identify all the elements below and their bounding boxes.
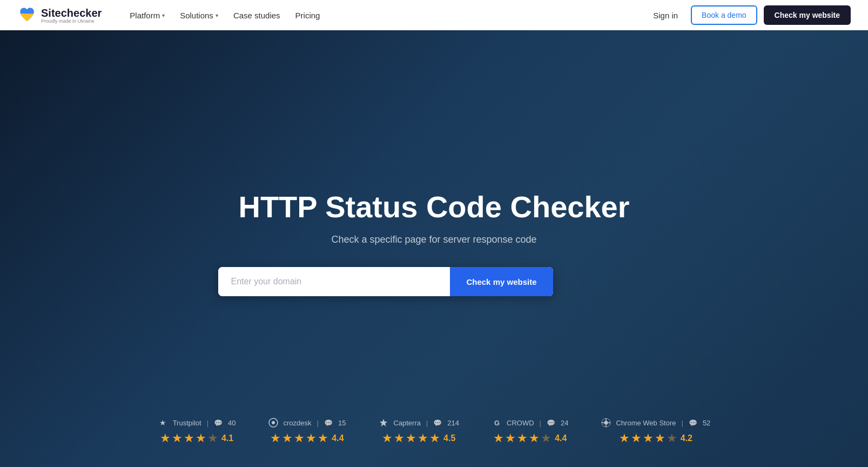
rating-trustpilot-header: ★ Trustpilot | 💬 40 [158, 417, 236, 428]
hero-subtitle: Check a specific page for server respons… [218, 234, 650, 245]
star-3: ★ [294, 431, 305, 445]
logo-name: Sitechecker [41, 7, 102, 19]
rating-g2crowd-header: G CROWD | 💬 24 [492, 417, 568, 428]
crozdesk-label: crozdesk [283, 419, 311, 427]
nav-actions: Sign in Book a demo Check my website [647, 5, 851, 25]
trustpilot-icon: ★ [158, 417, 169, 428]
chrome-count: 52 [703, 419, 710, 427]
separator: | [681, 419, 683, 427]
nav-item-case-studies[interactable]: Case studies [227, 6, 287, 24]
trustpilot-score: 4.1 [221, 433, 233, 443]
logo-tagline: Proudly made in Ukraine [41, 19, 102, 24]
capterra-count: 214 [447, 419, 459, 427]
g2crowd-score: 4.4 [555, 433, 567, 443]
svg-point-3 [272, 421, 275, 424]
hero-content: HTTP Status Code Checker Check a specifi… [218, 190, 650, 297]
nav-platform-label: Platform [130, 11, 160, 20]
star-2: ★ [631, 431, 642, 445]
nav-item-solutions[interactable]: Solutions ▾ [173, 6, 225, 24]
ratings-section: ★ Trustpilot | 💬 40 ★ ★ ★ ★ ★ 4.1 croz [0, 417, 868, 445]
nav-item-pricing[interactable]: Pricing [289, 6, 327, 24]
rating-capterra-header: Capterra | 💬 214 [378, 417, 459, 428]
star-3: ★ [184, 431, 194, 445]
star-1: ★ [270, 431, 281, 445]
star-4: ★ [418, 431, 428, 445]
chrome-stars: ★ ★ ★ ★ ★ 4.2 [619, 431, 692, 445]
svg-point-6 [604, 421, 608, 425]
separator: | [426, 419, 428, 427]
comment-icon: 💬 [547, 419, 555, 427]
nav-item-platform[interactable]: Platform ▾ [123, 6, 171, 24]
check-website-button-nav[interactable]: Check my website [764, 5, 851, 25]
logo-text: Sitechecker Proudly made in Ukraine [41, 7, 102, 24]
rating-crozdesk: crozdesk | 💬 15 ★ ★ ★ ★ ★ 4.4 [268, 417, 346, 445]
star-2: ★ [172, 431, 183, 445]
check-website-button-hero[interactable]: Check my website [450, 267, 553, 296]
logo-link[interactable]: Sitechecker Proudly made in Ukraine [17, 5, 102, 25]
comment-icon: 💬 [214, 419, 223, 427]
star-2: ★ [282, 431, 293, 445]
chrome-score: 4.2 [681, 433, 692, 443]
star-4: ★ [529, 431, 540, 445]
separator: | [317, 419, 319, 427]
star-2: ★ [505, 431, 516, 445]
star-half: ★ [318, 431, 328, 445]
separator: | [207, 419, 208, 427]
star-3: ★ [517, 431, 528, 445]
star-empty: ★ [541, 431, 551, 445]
trustpilot-count: 40 [228, 419, 235, 427]
g2crowd-count: 24 [561, 419, 568, 427]
star-1: ★ [160, 431, 171, 445]
comment-icon: 💬 [324, 419, 333, 427]
hero-section: HTTP Status Code Checker Check a specifi… [0, 30, 868, 467]
star-1: ★ [493, 431, 504, 445]
svg-rect-1 [20, 14, 33, 21]
star-1: ★ [619, 431, 630, 445]
star-4: ★ [306, 431, 317, 445]
comment-icon: 💬 [689, 419, 697, 427]
capterra-label: Capterra [393, 419, 421, 427]
trustpilot-label: Trustpilot [173, 419, 201, 427]
book-demo-button[interactable]: Book a demo [691, 5, 757, 25]
g2crowd-label: CROWD [507, 419, 534, 427]
logo-icon [17, 5, 37, 25]
rating-g2crowd: G CROWD | 💬 24 ★ ★ ★ ★ ★ 4.4 [492, 417, 568, 445]
nav-pricing-label: Pricing [295, 11, 320, 20]
nav-casestudies-label: Case studies [233, 11, 280, 20]
crozdesk-icon [268, 417, 279, 428]
star-empty: ★ [667, 431, 677, 445]
crozdesk-score: 4.4 [332, 433, 344, 443]
separator: | [540, 419, 541, 427]
nav-solutions-label: Solutions [180, 11, 213, 20]
nav-links: Platform ▾ Solutions ▾ Case studies Pric… [123, 6, 647, 24]
svg-marker-4 [380, 419, 387, 426]
star-2: ★ [394, 431, 405, 445]
trustpilot-stars: ★ ★ ★ ★ ★ 4.1 [160, 431, 233, 445]
star-1: ★ [382, 431, 393, 445]
sign-in-button[interactable]: Sign in [647, 6, 684, 24]
rating-crozdesk-header: crozdesk | 💬 15 [268, 417, 346, 428]
hero-title: HTTP Status Code Checker [218, 190, 650, 224]
star-empty: ★ [207, 431, 218, 445]
crozdesk-count: 15 [338, 419, 346, 427]
capterra-stars: ★ ★ ★ ★ ★ 4.5 [382, 431, 455, 445]
rating-chrome-store: Chrome Web Store | 💬 52 ★ ★ ★ ★ ★ 4.2 [601, 417, 710, 445]
g2crowd-stars: ★ ★ ★ ★ ★ 4.4 [493, 431, 567, 445]
chrome-icon [601, 417, 611, 428]
navbar: Sitechecker Proudly made in Ukraine Plat… [0, 0, 868, 30]
chrome-store-label: Chrome Web Store [616, 419, 676, 427]
rating-trustpilot: ★ Trustpilot | 💬 40 ★ ★ ★ ★ ★ 4.1 [158, 417, 236, 445]
g2-icon: G [492, 417, 502, 428]
capterra-icon [378, 417, 389, 428]
svg-rect-0 [20, 8, 33, 14]
search-bar: Check my website [218, 267, 553, 296]
chevron-down-icon: ▾ [162, 12, 165, 18]
chevron-down-icon: ▾ [216, 12, 218, 18]
domain-input[interactable] [218, 267, 450, 296]
capterra-score: 4.5 [443, 433, 455, 443]
crozdesk-stars: ★ ★ ★ ★ ★ 4.4 [270, 431, 344, 445]
rating-chrome-header: Chrome Web Store | 💬 52 [601, 417, 710, 428]
rating-capterra: Capterra | 💬 214 ★ ★ ★ ★ ★ 4.5 [378, 417, 459, 445]
star-4: ★ [655, 431, 665, 445]
star-half: ★ [429, 431, 440, 445]
